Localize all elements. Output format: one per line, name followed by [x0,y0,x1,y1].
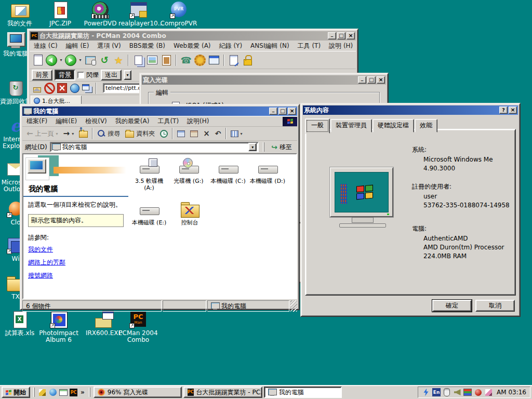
favorites-star-icon[interactable] [112,54,125,66]
menu-web-favorites[interactable]: Web最愛 (A) [169,41,215,51]
stop-icon[interactable] [44,83,55,94]
sysprops-titlebar[interactable]: 系統內容 [303,105,518,115]
burn-titlebar[interactable]: 寫入光碟 [142,75,386,85]
clipboard-icon[interactable] [160,54,172,66]
pcman-quicklaunch-icon[interactable] [69,388,78,397]
desktop-icon-realplayer[interactable]: realplayer10... [118,1,158,27]
back-dropdown[interactable]: ▾ [56,131,58,136]
graphics-utility-icon[interactable] [422,388,430,396]
tablet-icon[interactable] [484,388,493,396]
ansi-editor-icon[interactable] [228,54,240,66]
file-item-control-panel[interactable]: 控制台 [170,200,209,226]
send-dropdown[interactable] [124,70,131,80]
minimize-button[interactable] [358,76,366,84]
minimize-button[interactable] [328,32,336,39]
send-button[interactable]: 送出 [101,70,122,81]
show-desktop-icon[interactable] [38,388,47,397]
desktop-icon-my-computer[interactable]: 我的電腦 [0,31,31,57]
desktop-icon-powerdvd[interactable]: PowerDVD [81,1,120,27]
forward-dropdown[interactable]: ▾ [72,131,74,136]
chevron-more-icon[interactable]: » [79,389,86,396]
desktop-icon-irx600[interactable]: IRX600.EXE [84,311,124,337]
address-input[interactable]: 我的電腦 [50,142,259,152]
display-settings-icon[interactable] [463,388,472,396]
address-dropdown[interactable] [248,143,257,151]
menu-view[interactable]: 檢視(V) [81,116,111,127]
new-connection-icon[interactable] [32,54,44,66]
link-dialup-network[interactable]: 撥號網路 [28,271,124,280]
menu-edit[interactable]: 編輯(E) [51,116,81,127]
toolbar-handle[interactable] [33,388,35,397]
ok-button[interactable]: 確定 [432,300,472,312]
back-button[interactable]: ← 上一頁 ▾ [24,128,61,139]
delete-button[interactable]: × [201,128,212,139]
copy-icon[interactable] [132,54,144,66]
connect-dropdown[interactable] [78,55,83,66]
globe-icon[interactable] [69,83,80,94]
taskbar-clock[interactable]: AM 03:16 [495,389,526,396]
home-icon[interactable] [32,83,43,94]
undo-button[interactable]: ↶ [212,128,224,139]
outlook-express-icon[interactable] [59,388,68,397]
foreground-button[interactable]: 前景 [32,70,52,81]
explorer-titlebar[interactable]: 我的電腦 [22,107,297,116]
windows-stack-icon[interactable] [82,83,92,94]
settings-gear-icon[interactable] [194,54,206,66]
menu-help[interactable]: 說明 (H) [325,41,357,51]
help-button[interactable] [499,107,508,114]
views-dropdown[interactable]: ▾ [241,131,243,136]
pcman-titlebar[interactable]: PC 台大批踢踢實業坊 - PCMan 2004 Combo [30,31,356,41]
desktop-icon-jpc-zip[interactable]: JPC.ZIP [41,1,80,27]
file-item-disk-d[interactable]: 本機磁碟 (D:) [248,158,287,184]
window-icon[interactable] [208,54,220,66]
volume-icon[interactable] [453,388,461,396]
disconnect-icon[interactable] [46,55,57,66]
menu-tools[interactable]: 工具(T) [153,116,183,127]
tab-device-manager[interactable]: 裝置管理員 [330,119,372,132]
connect-icon[interactable] [65,55,76,66]
file-item-disk-e[interactable]: 本機磁碟 (E:) [129,200,169,226]
language-indicator[interactable]: En [432,388,441,396]
history-button[interactable] [157,129,170,139]
menu-options[interactable]: 選項 (V) [93,41,125,51]
menu-tools[interactable]: 工具 (T) [294,41,325,51]
lock-icon[interactable] [242,54,254,66]
internet-explorer-icon[interactable] [48,388,57,397]
close-button[interactable] [288,108,296,115]
up-button[interactable] [76,128,90,139]
maximize-button[interactable] [278,108,287,115]
file-item-cdrom-g[interactable]: 光碟機 (G:) [169,158,208,184]
link-network-neighborhood[interactable]: 網路上的芳鄰 [28,258,124,267]
copy-to-button[interactable] [175,129,188,138]
close-button[interactable] [377,76,385,84]
tab-performance[interactable]: 效能 [415,119,437,132]
task-burn-cd[interactable]: 96% 寫入光碟 [94,387,182,398]
image-icon[interactable] [146,54,158,66]
link-my-documents[interactable]: 我的文件 [28,245,124,254]
menu-favorites[interactable]: 我的最愛(A) [111,116,154,127]
mouse-icon[interactable] [443,388,451,396]
menu-history[interactable]: 紀錄 (Y) [215,41,247,51]
close-tab-icon[interactable] [57,83,68,94]
go-button[interactable]: ↪ 移至 [269,142,295,153]
views-button[interactable]: ▾ [228,129,245,138]
terminal-computer-icon[interactable] [84,54,97,66]
desktop-icon-spreadsheet[interactable]: 試算表.xls [0,311,39,337]
maximize-button[interactable] [337,32,345,39]
resize-grip[interactable] [290,300,297,312]
search-button[interactable]: 搜尋 [95,128,123,139]
close-button[interactable] [347,32,355,39]
move-to-button[interactable] [188,129,201,138]
tab-hardware-profiles[interactable]: 硬體設定檔 [373,119,414,132]
menu-edit[interactable]: 編輯 (E) [62,41,94,51]
antivirus-icon[interactable] [474,388,482,396]
menu-file[interactable]: 檔案(F) [22,116,51,127]
file-item-disk-c[interactable]: 本機磁碟 (C:) [208,158,248,184]
file-item-floppy-a[interactable]: 3.5 軟碟機 (A:) [129,158,169,191]
desktop-icon-my-documents[interactable]: 我的文件 [0,1,39,27]
start-button[interactable]: 開始 [2,387,30,398]
dialup-icon[interactable] [180,54,192,66]
menu-bbs-favorites[interactable]: BBS最愛 (B) [125,41,169,51]
maximize-button[interactable] [367,76,376,84]
refresh-icon[interactable] [98,54,111,66]
